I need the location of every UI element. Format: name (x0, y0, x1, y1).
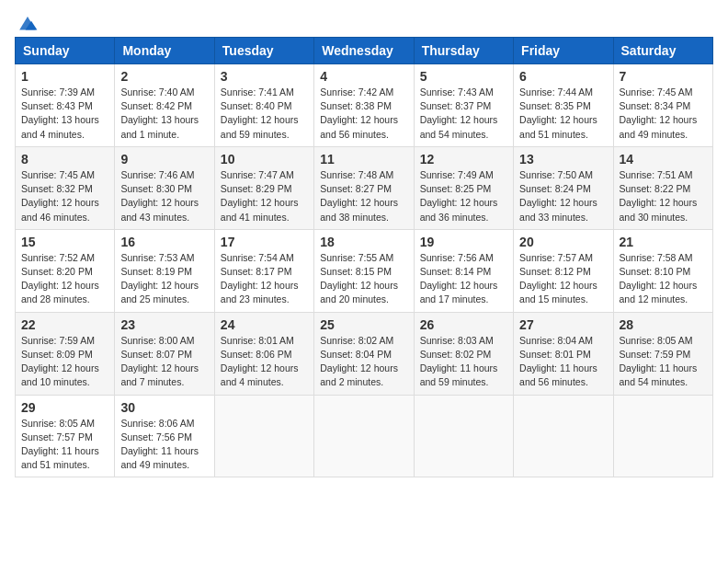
calendar-day-cell (613, 395, 712, 477)
day-info: Sunrise: 8:05 AMSunset: 7:57 PMDaylight:… (21, 417, 108, 473)
day-info: Sunrise: 7:51 AMSunset: 8:22 PMDaylight:… (620, 168, 707, 224)
day-number: 29 (21, 400, 108, 415)
calendar-day-cell: 11Sunrise: 7:48 AMSunset: 8:27 PMDayligh… (314, 146, 414, 229)
day-info: Sunrise: 7:44 AMSunset: 8:35 PMDaylight:… (519, 86, 607, 142)
calendar-day-cell: 21Sunrise: 7:58 AMSunset: 8:10 PMDayligh… (613, 229, 712, 312)
calendar-day-cell: 7Sunrise: 7:45 AMSunset: 8:34 PMDaylight… (613, 64, 712, 147)
day-info: Sunrise: 7:45 AMSunset: 8:32 PMDaylight:… (21, 168, 108, 224)
day-info: Sunrise: 7:40 AMSunset: 8:42 PMDaylight:… (120, 86, 208, 142)
calendar-day-cell: 4Sunrise: 7:42 AMSunset: 8:38 PMDaylight… (314, 64, 414, 147)
day-info: Sunrise: 7:47 AMSunset: 8:29 PMDaylight:… (221, 168, 308, 224)
day-number: 1 (21, 69, 108, 84)
weekday-header: Saturday (613, 38, 712, 64)
calendar-week-row: 1Sunrise: 7:39 AMSunset: 8:43 PMDaylight… (16, 64, 713, 147)
calendar-week-row: 8Sunrise: 7:45 AMSunset: 8:32 PMDaylight… (16, 146, 713, 229)
calendar-day-cell: 30Sunrise: 8:06 AMSunset: 7:56 PMDayligh… (115, 395, 214, 477)
day-info: Sunrise: 7:50 AMSunset: 8:24 PMDaylight:… (519, 168, 607, 224)
calendar-day-cell (214, 395, 313, 477)
calendar-day-cell: 8Sunrise: 7:45 AMSunset: 8:32 PMDaylight… (16, 146, 115, 229)
day-number: 18 (320, 235, 407, 249)
weekday-header: Friday (514, 38, 613, 64)
day-info: Sunrise: 8:03 AMSunset: 8:02 PMDaylight:… (420, 334, 507, 390)
day-info: Sunrise: 7:43 AMSunset: 8:37 PMDaylight:… (420, 86, 507, 142)
day-info: Sunrise: 7:53 AMSunset: 8:19 PMDaylight:… (120, 251, 208, 307)
calendar-day-cell: 25Sunrise: 8:02 AMSunset: 8:04 PMDayligh… (314, 312, 414, 395)
calendar-header-row: SundayMondayTuesdayWednesdayThursdayFrid… (16, 38, 713, 64)
calendar-day-cell: 22Sunrise: 7:59 AMSunset: 8:09 PMDayligh… (16, 312, 115, 395)
calendar-day-cell: 9Sunrise: 7:46 AMSunset: 8:30 PMDaylight… (115, 146, 214, 229)
day-number: 19 (420, 235, 507, 249)
day-info: Sunrise: 7:48 AMSunset: 8:27 PMDaylight:… (320, 168, 407, 224)
day-number: 2 (120, 69, 208, 84)
day-info: Sunrise: 7:55 AMSunset: 8:15 PMDaylight:… (320, 251, 407, 307)
day-number: 9 (120, 152, 208, 167)
calendar-day-cell: 17Sunrise: 7:54 AMSunset: 8:17 PMDayligh… (214, 229, 313, 312)
day-info: Sunrise: 7:54 AMSunset: 8:17 PMDaylight:… (221, 251, 308, 307)
day-info: Sunrise: 7:58 AMSunset: 8:10 PMDaylight:… (620, 251, 707, 307)
day-info: Sunrise: 7:39 AMSunset: 8:43 PMDaylight:… (21, 86, 108, 142)
day-number: 26 (420, 317, 507, 332)
day-number: 5 (420, 69, 507, 84)
calendar-day-cell: 12Sunrise: 7:49 AMSunset: 8:25 PMDayligh… (414, 146, 513, 229)
calendar-table: SundayMondayTuesdayWednesdayThursdayFrid… (15, 37, 713, 477)
calendar-day-cell: 27Sunrise: 8:04 AMSunset: 8:01 PMDayligh… (514, 312, 613, 395)
day-number: 21 (620, 235, 707, 249)
day-number: 30 (120, 400, 208, 415)
calendar-day-cell: 1Sunrise: 7:39 AMSunset: 8:43 PMDaylight… (16, 64, 115, 147)
day-info: Sunrise: 7:49 AMSunset: 8:25 PMDaylight:… (420, 168, 507, 224)
calendar-day-cell: 20Sunrise: 7:57 AMSunset: 8:12 PMDayligh… (514, 229, 613, 312)
day-info: Sunrise: 8:06 AMSunset: 7:56 PMDaylight:… (120, 417, 208, 473)
logo-icon (17, 15, 39, 33)
day-info: Sunrise: 7:56 AMSunset: 8:14 PMDaylight:… (420, 251, 507, 307)
calendar-week-row: 29Sunrise: 8:05 AMSunset: 7:57 PMDayligh… (16, 395, 713, 477)
calendar-day-cell: 24Sunrise: 8:01 AMSunset: 8:06 PMDayligh… (214, 312, 313, 395)
day-info: Sunrise: 7:52 AMSunset: 8:20 PMDaylight:… (21, 251, 108, 307)
day-number: 15 (21, 235, 108, 249)
calendar-day-cell: 23Sunrise: 8:00 AMSunset: 8:07 PMDayligh… (115, 312, 214, 395)
calendar-day-cell: 18Sunrise: 7:55 AMSunset: 8:15 PMDayligh… (314, 229, 414, 312)
calendar-day-cell: 10Sunrise: 7:47 AMSunset: 8:29 PMDayligh… (214, 146, 313, 229)
day-number: 24 (221, 317, 308, 332)
calendar-week-row: 15Sunrise: 7:52 AMSunset: 8:20 PMDayligh… (16, 229, 713, 312)
day-number: 10 (221, 152, 308, 167)
day-info: Sunrise: 8:01 AMSunset: 8:06 PMDaylight:… (221, 334, 308, 390)
weekday-header: Tuesday (214, 38, 313, 64)
day-info: Sunrise: 8:04 AMSunset: 8:01 PMDaylight:… (519, 334, 607, 390)
day-number: 20 (519, 235, 607, 249)
day-number: 23 (120, 317, 208, 332)
day-number: 14 (620, 152, 707, 167)
day-number: 11 (320, 152, 407, 167)
day-number: 3 (221, 69, 308, 84)
day-number: 27 (519, 317, 607, 332)
day-info: Sunrise: 7:46 AMSunset: 8:30 PMDaylight:… (120, 168, 208, 224)
weekday-header: Monday (115, 38, 214, 64)
day-info: Sunrise: 7:57 AMSunset: 8:12 PMDaylight:… (519, 251, 607, 307)
day-number: 28 (620, 317, 707, 332)
day-number: 7 (620, 69, 707, 84)
day-info: Sunrise: 8:00 AMSunset: 8:07 PMDaylight:… (120, 334, 208, 390)
calendar-day-cell: 26Sunrise: 8:03 AMSunset: 8:02 PMDayligh… (414, 312, 513, 395)
day-number: 8 (21, 152, 108, 167)
day-info: Sunrise: 8:02 AMSunset: 8:04 PMDaylight:… (320, 334, 407, 390)
day-info: Sunrise: 7:45 AMSunset: 8:34 PMDaylight:… (620, 86, 707, 142)
calendar-day-cell: 13Sunrise: 7:50 AMSunset: 8:24 PMDayligh… (514, 146, 613, 229)
calendar-day-cell: 5Sunrise: 7:43 AMSunset: 8:37 PMDaylight… (414, 64, 513, 147)
calendar-day-cell (414, 395, 513, 477)
day-number: 25 (320, 317, 407, 332)
day-number: 4 (320, 69, 407, 84)
calendar-week-row: 22Sunrise: 7:59 AMSunset: 8:09 PMDayligh… (16, 312, 713, 395)
calendar-day-cell: 6Sunrise: 7:44 AMSunset: 8:35 PMDaylight… (514, 64, 613, 147)
calendar-day-cell: 28Sunrise: 8:05 AMSunset: 7:59 PMDayligh… (613, 312, 712, 395)
day-number: 12 (420, 152, 507, 167)
weekday-header: Wednesday (314, 38, 414, 64)
day-number: 16 (120, 235, 208, 249)
page-header (15, 15, 713, 29)
calendar-day-cell: 19Sunrise: 7:56 AMSunset: 8:14 PMDayligh… (414, 229, 513, 312)
day-info: Sunrise: 7:42 AMSunset: 8:38 PMDaylight:… (320, 86, 407, 142)
calendar-day-cell: 14Sunrise: 7:51 AMSunset: 8:22 PMDayligh… (613, 146, 712, 229)
day-number: 13 (519, 152, 607, 167)
calendar-day-cell: 29Sunrise: 8:05 AMSunset: 7:57 PMDayligh… (16, 395, 115, 477)
day-info: Sunrise: 8:05 AMSunset: 7:59 PMDaylight:… (620, 334, 707, 390)
day-number: 17 (221, 235, 308, 249)
day-number: 6 (519, 69, 607, 84)
